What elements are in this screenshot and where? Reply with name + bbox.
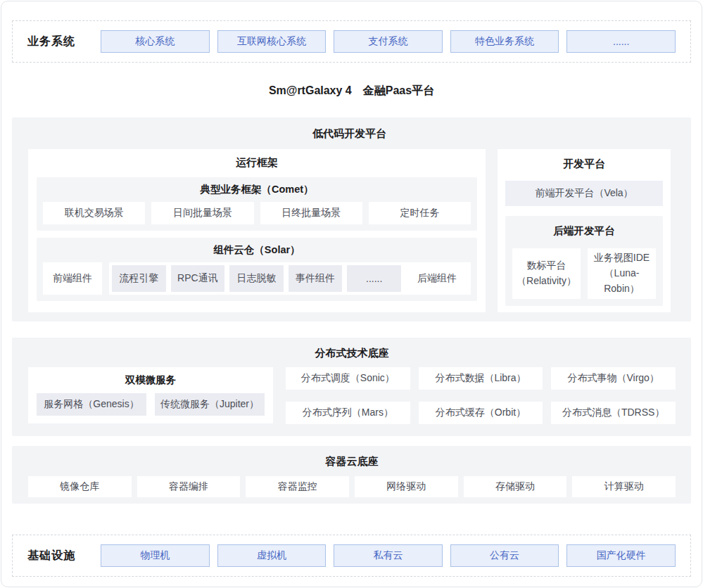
solar-chip: 事件组件: [289, 265, 343, 292]
infrastructure-box: 虚拟机: [217, 544, 327, 567]
business-systems-boxes: 核心系统 互联网核心系统 支付系统 特色业务系统 ......: [101, 30, 676, 53]
container-cloud-row: 镜像仓库 容器编排 容器监控 网络驱动 存储驱动 计算驱动: [28, 476, 676, 497]
infrastructure-label: 基础设施: [27, 549, 101, 563]
distributed-service-box: 分布式缓存（Orbit）: [419, 402, 543, 424]
comet-scene-box: 联机交易场景: [43, 202, 145, 224]
comet-scene-box: 日终批量场景: [260, 202, 362, 224]
backend-dev-platform-title: 后端开发平台: [512, 224, 656, 238]
dual-mode-chips: 服务网格（Genesis） 传统微服务（Jupiter）: [37, 393, 265, 416]
solar-chip: ......: [347, 265, 401, 292]
business-systems-row: 业务系统 核心系统 互联网核心系统 支付系统 特色业务系统 ......: [12, 20, 691, 63]
backend-components-label: 后端组件: [406, 272, 468, 285]
comet-scenes-row: 联机交易场景 日间批量场景 日终批量场景 定时任务: [43, 202, 471, 224]
business-systems-label: 业务系统: [27, 34, 101, 49]
backend-dev-boxes: 数标平台 （Relativity） 业务视图IDE （Luna-Robin）: [512, 248, 656, 299]
comet-scene-box: 定时任务: [369, 202, 471, 224]
infrastructure-boxes: 物理机 虚拟机 私有云 公有云 国产化硬件: [101, 544, 676, 567]
vela-frontend-platform-box: 前端开发平台（Vela）: [505, 181, 663, 206]
infrastructure-box: 物理机: [101, 544, 210, 567]
business-system-box: 特色业务系统: [450, 30, 559, 53]
genesis-service-mesh-box: 服务网格（Genesis）: [37, 393, 146, 416]
container-cloud-section: 容器云底座 镜像仓库 容器编排 容器监控 网络驱动 存储驱动 计算驱动: [12, 446, 691, 504]
comet-framework-title: 典型业务框架（Comet）: [43, 183, 471, 196]
solar-chip: RPC通讯: [171, 265, 225, 292]
infrastructure-box: 国产化硬件: [566, 544, 676, 567]
distributed-services-grid: 分布式调度（Sonic） 分布式数据（Libra） 分布式事物（Virgo） 分…: [286, 367, 676, 424]
distributed-section-title: 分布式技术底座: [28, 347, 676, 360]
distributed-body: 双模微服务 服务网格（Genesis） 传统微服务（Jupiter） 分布式调度…: [28, 367, 676, 424]
relativity-platform-box: 数标平台 （Relativity）: [512, 248, 581, 299]
container-cloud-box: 存储驱动: [464, 476, 567, 497]
comet-scene-box: 日间批量场景: [151, 202, 253, 224]
dual-mode-title: 双模微服务: [37, 373, 265, 387]
solar-component-card: 组件云仓（Solar） 前端组件 流程引擎 RPC通讯 日志脱敏 事件组件 ..…: [37, 238, 477, 301]
infrastructure-box: 公有云: [450, 544, 559, 567]
container-cloud-box: 计算驱动: [572, 476, 676, 497]
luna-robin-ide-box: 业务视图IDE （Luna-Robin）: [588, 248, 656, 299]
dev-platform-card: 开发平台 前端开发平台（Vela） 后端开发平台 数标平台 （Relativit…: [498, 149, 671, 312]
relativity-platform-name: 数标平台: [527, 258, 566, 274]
container-cloud-box: 镜像仓库: [28, 476, 132, 497]
solar-component-title: 组件云仓（Solar）: [43, 243, 471, 257]
relativity-platform-codename: （Relativity）: [517, 274, 576, 289]
jupiter-microservice-box: 传统微服务（Jupiter）: [155, 393, 265, 416]
backend-dev-platform-card: 后端开发平台 数标平台 （Relativity） 业务视图IDE （Luna-R…: [505, 216, 663, 306]
runtime-framework-title: 运行框架: [37, 156, 477, 170]
distributed-service-box: 分布式事物（Virgo）: [551, 367, 676, 390]
paas-architecture-diagram: 业务系统 核心系统 互联网核心系统 支付系统 特色业务系统 ...... Sm@…: [1, 1, 702, 587]
lowcode-body: 运行框架 典型业务框架（Comet） 联机交易场景 日间批量场景 日终批量场景 …: [28, 149, 671, 312]
luna-robin-ide-codename: （Luna-Robin）: [588, 266, 656, 296]
runtime-framework-card: 运行框架 典型业务框架（Comet） 联机交易场景 日间批量场景 日终批量场景 …: [28, 149, 486, 312]
backend-components-strip: 流程引擎 RPC通讯 日志脱敏 事件组件 ...... 后端组件: [109, 262, 471, 295]
distributed-service-box: 分布式调度（Sonic）: [286, 367, 410, 390]
lowcode-section-title: 低代码开发平台: [28, 127, 671, 141]
solar-chip: 流程引擎: [112, 265, 166, 292]
business-system-box: 核心系统: [101, 30, 210, 53]
solar-components-row: 前端组件 流程引擎 RPC通讯 日志脱敏 事件组件 ...... 后端组件: [43, 262, 471, 295]
container-cloud-title: 容器云底座: [28, 455, 676, 468]
distributed-service-box: 分布式消息（TDRSS）: [551, 402, 676, 424]
distributed-base-section: 分布式技术底座 双模微服务 服务网格（Genesis） 传统微服务（Jupite…: [12, 338, 691, 436]
infrastructure-row: 基础设施 物理机 虚拟机 私有云 公有云 国产化硬件: [12, 535, 691, 577]
container-cloud-box: 网络驱动: [355, 476, 458, 497]
comet-framework-card: 典型业务框架（Comet） 联机交易场景 日间批量场景 日终批量场景 定时任务: [37, 177, 477, 231]
infrastructure-box: 私有云: [334, 544, 443, 567]
luna-robin-ide-name: 业务视图IDE: [594, 250, 650, 266]
frontend-components-box: 前端组件: [43, 262, 102, 295]
lowcode-platform-section: 低代码开发平台 运行框架 典型业务框架（Comet） 联机交易场景 日间批量场景…: [12, 117, 691, 321]
business-system-box: ......: [566, 30, 676, 53]
distributed-service-box: 分布式数据（Libra）: [419, 367, 543, 390]
business-system-box: 互联网核心系统: [217, 30, 327, 53]
solar-chip: 日志脱敏: [229, 265, 284, 292]
container-cloud-box: 容器编排: [137, 476, 241, 497]
platform-title: Sm@rtGalaxy 4 金融Paas平台: [12, 84, 691, 98]
business-system-box: 支付系统: [334, 30, 443, 53]
container-cloud-box: 容器监控: [246, 476, 349, 497]
distributed-service-box: 分布式序列（Mars）: [286, 402, 410, 424]
dev-platform-title: 开发平台: [505, 158, 663, 171]
dual-mode-microservice-card: 双模微服务 服务网格（Genesis） 传统微服务（Jupiter）: [28, 367, 273, 423]
